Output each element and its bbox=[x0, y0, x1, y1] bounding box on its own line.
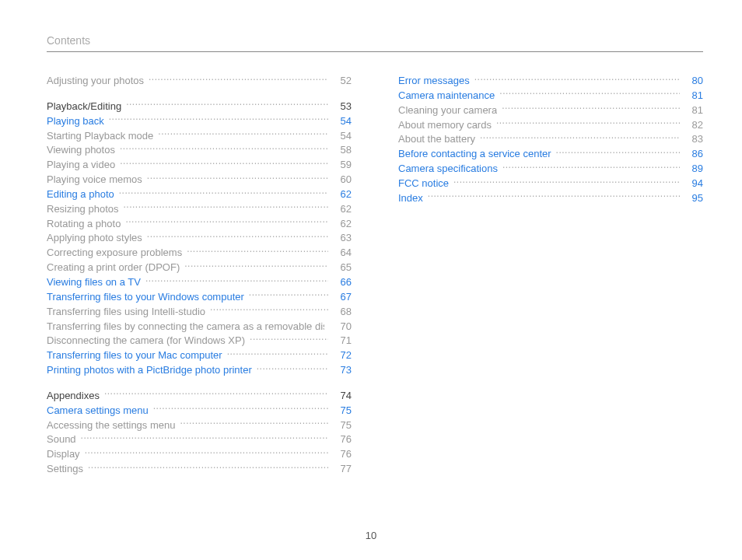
toc-page-number: 66 bbox=[333, 275, 352, 290]
toc-leader-dots bbox=[85, 447, 328, 457]
toc-leader-dots bbox=[210, 305, 328, 315]
toc-entry[interactable]: Playing back54 bbox=[47, 114, 352, 129]
toc-label: Transferring files to your Windows compu… bbox=[47, 290, 244, 305]
toc-page-number: 75 bbox=[333, 404, 352, 418]
toc-label: Camera settings menu bbox=[47, 404, 149, 418]
toc-leader-dots bbox=[502, 162, 680, 172]
toc-entry: Display76 bbox=[47, 447, 352, 462]
toc-page-number: 82 bbox=[684, 118, 703, 133]
toc-label: Playing a video bbox=[47, 158, 115, 173]
toc-page-number: 54 bbox=[333, 129, 352, 144]
toc-label: Cleaning your camera bbox=[398, 103, 497, 118]
toc-entry[interactable]: Error messages80 bbox=[398, 74, 703, 89]
toc-label: Creating a print order (DPOF) bbox=[47, 261, 180, 275]
toc-leader-dots bbox=[153, 404, 328, 414]
toc-leader-dots bbox=[145, 275, 328, 285]
toc-page-number: 52 bbox=[333, 74, 352, 89]
toc-page-number: 65 bbox=[333, 261, 352, 275]
toc-leader-dots bbox=[227, 348, 328, 359]
toc-leader-dots bbox=[81, 432, 328, 443]
toc-label: Playing back bbox=[47, 114, 104, 129]
toc-label: Camera maintenance bbox=[398, 89, 495, 103]
toc-page-number: 62 bbox=[333, 217, 352, 232]
toc-page-number: 86 bbox=[684, 147, 703, 162]
toc-label: Display bbox=[47, 447, 80, 462]
toc-label: Viewing files on a TV bbox=[47, 275, 141, 290]
toc-entry: Viewing photos58 bbox=[47, 143, 352, 158]
toc-entry[interactable]: Index95 bbox=[398, 191, 703, 206]
toc-label: Transferring files to your Mac computer bbox=[47, 348, 222, 363]
toc-page-number: 70 bbox=[334, 320, 352, 334]
toc-label: Resizing photos bbox=[47, 202, 119, 217]
toc-page-number: 59 bbox=[333, 158, 352, 173]
toc-leader-dots bbox=[104, 389, 328, 399]
toc-label: About the battery bbox=[398, 132, 475, 147]
toc-label: FCC notice bbox=[398, 177, 449, 191]
toc-leader-dots bbox=[180, 418, 328, 429]
toc-page-number: 72 bbox=[333, 348, 352, 363]
toc-leader-dots bbox=[496, 118, 680, 128]
toc-label: Playing voice memos bbox=[47, 173, 142, 187]
toc-page-number: 68 bbox=[333, 305, 352, 320]
toc-leader-dots bbox=[88, 462, 328, 472]
toc-page-number: 89 bbox=[684, 162, 703, 177]
toc-label: Editing a photo bbox=[47, 187, 114, 202]
toc-label: Camera specifications bbox=[398, 162, 498, 177]
right-column: Error messages80Camera maintenance81Clea… bbox=[398, 74, 703, 477]
left-column: Adjusting your photos52Playback/Editing5… bbox=[47, 74, 352, 477]
toc-entry[interactable]: Viewing files on a TV66 bbox=[47, 275, 352, 290]
toc-entry[interactable]: FCC notice94 bbox=[398, 177, 703, 191]
toc-label: Settings bbox=[47, 462, 83, 477]
toc-leader-dots bbox=[480, 132, 680, 142]
toc-page-number: 76 bbox=[333, 447, 352, 462]
toc-entry: Resizing photos62 bbox=[47, 202, 352, 217]
toc-leader-dots bbox=[147, 231, 328, 241]
toc-leader-dots bbox=[499, 89, 680, 99]
toc-label: Viewing photos bbox=[47, 143, 115, 158]
toc-entry[interactable]: Camera maintenance81 bbox=[398, 89, 703, 103]
toc-page-number: 77 bbox=[333, 462, 352, 477]
toc-leader-dots bbox=[158, 129, 328, 139]
toc-entry: Appendixes74 bbox=[47, 389, 352, 404]
page-number: 10 bbox=[0, 530, 742, 541]
toc-page-number: 58 bbox=[333, 143, 352, 158]
content-columns: Adjusting your photos52Playback/Editing5… bbox=[47, 74, 703, 477]
toc-page-number: 81 bbox=[684, 89, 703, 103]
toc-entry: Starting Playback mode54 bbox=[47, 129, 352, 144]
toc-page-number: 53 bbox=[333, 100, 352, 114]
toc-entry: Adjusting your photos52 bbox=[47, 74, 352, 89]
toc-leader-dots bbox=[250, 334, 328, 344]
toc-entry[interactable]: Before contacting a service center86 bbox=[398, 147, 703, 162]
toc-leader-dots bbox=[120, 143, 328, 153]
toc-entry[interactable]: Editing a photo62 bbox=[47, 187, 352, 202]
toc-page-number: 62 bbox=[333, 187, 352, 202]
toc-entry: Rotating a photo62 bbox=[47, 217, 352, 232]
toc-leader-dots bbox=[109, 114, 328, 124]
toc-entry: Playback/Editing53 bbox=[47, 100, 352, 114]
toc-label: About memory cards bbox=[398, 118, 492, 133]
toc-page-number: 95 bbox=[684, 191, 703, 206]
toc-entry[interactable]: Camera settings menu75 bbox=[47, 404, 352, 418]
toc-entry: Correcting exposure problems64 bbox=[47, 246, 352, 261]
toc-page-number: 71 bbox=[333, 334, 352, 348]
toc-leader-dots bbox=[124, 202, 329, 212]
toc-entry[interactable]: Camera specifications89 bbox=[398, 162, 703, 177]
toc-page-number: 76 bbox=[333, 432, 352, 447]
toc-leader-dots bbox=[125, 217, 328, 227]
page: Contents Adjusting your photos52Playback… bbox=[0, 0, 742, 492]
toc-page-number: 94 bbox=[684, 177, 703, 191]
toc-leader-dots bbox=[556, 147, 680, 157]
toc-label: Transferring files using Intelli-studio bbox=[47, 305, 205, 320]
toc-gap bbox=[47, 89, 352, 100]
toc-entry[interactable]: Printing photos with a PictBridge photo … bbox=[47, 363, 352, 378]
toc-entry: Cleaning your camera81 bbox=[398, 103, 703, 118]
toc-entry[interactable]: Transferring files to your Mac computer7… bbox=[47, 348, 352, 363]
toc-entry: Sound76 bbox=[47, 432, 352, 447]
toc-entry: Applying photo styles63 bbox=[47, 231, 352, 246]
toc-leader-dots bbox=[147, 173, 328, 183]
toc-entry[interactable]: Transferring files to your Windows compu… bbox=[47, 290, 352, 305]
toc-label: Printing photos with a PictBridge photo … bbox=[47, 363, 252, 378]
toc-label: Applying photo styles bbox=[47, 231, 142, 246]
toc-page-number: 83 bbox=[684, 132, 703, 147]
toc-label: Correcting exposure problems bbox=[47, 246, 182, 261]
